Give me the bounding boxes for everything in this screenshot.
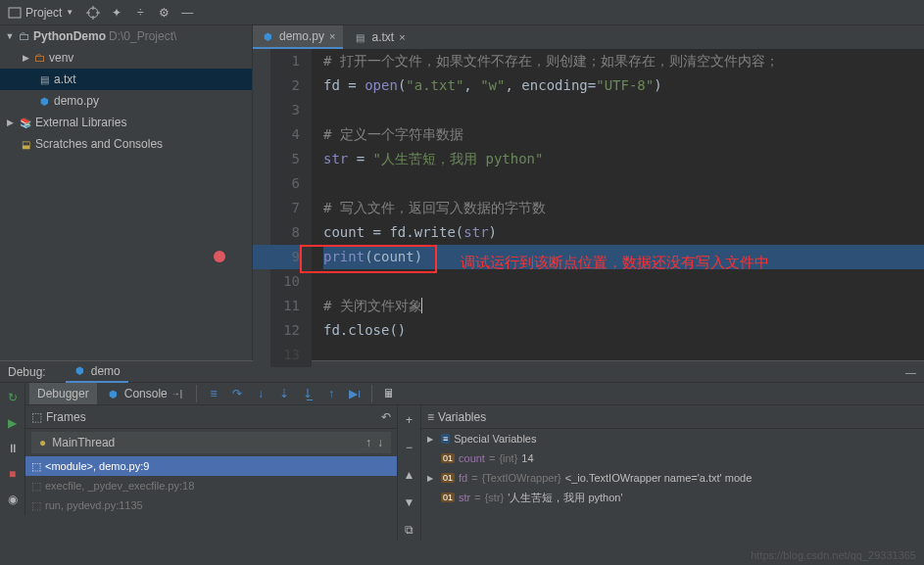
down-button[interactable]: ▼	[400, 492, 419, 513]
expand-arrow-icon[interactable]: ▶	[4, 118, 16, 127]
next-frame-icon[interactable]: ↓	[377, 436, 383, 449]
variables-header: ≡ Variables	[421, 405, 924, 429]
file-label: demo.py	[54, 94, 99, 108]
variable-row[interactable]: 01 str = {str} '人生苦短，我用 python'	[421, 488, 924, 507]
config-name: demo	[91, 364, 121, 378]
top-toolbar: Project ▼ ✦ ÷ ⚙ —	[0, 0, 924, 25]
variables-title: Variables	[438, 410, 486, 424]
expand-icon[interactable]: ✦	[105, 0, 128, 25]
debug-label: Debug:	[8, 365, 46, 379]
evaluate-button[interactable]: 🖩	[378, 383, 400, 404]
frames-panel: ⬚ Frames ↶ ● MainThread ↑ ↓ ⬚ <mod	[25, 405, 398, 541]
show-execution-point-button[interactable]: ≡	[203, 383, 224, 404]
run-to-cursor-button[interactable]: ▶ı	[344, 383, 365, 404]
rerun-button[interactable]: ↻	[3, 387, 23, 408]
variable-row[interactable]: ▶ 01 fd = {TextIOWrapper} <_io.TextIOWra…	[421, 468, 924, 488]
resume-button[interactable]: ▶	[3, 412, 23, 434]
tree-file-demopy[interactable]: ⬢ demo.py	[0, 90, 252, 112]
close-icon[interactable]: ×	[399, 31, 405, 43]
debug-panel: Debug: ⬢ demo — ↻ ▶ ⏸ ■ ◉ Debugger ⬢ Con…	[0, 360, 924, 515]
python-icon: ⬢	[107, 387, 121, 400]
vars-badge-icon: ≡	[441, 434, 450, 444]
console-tab[interactable]: ⬢ Console →|	[99, 383, 190, 404]
tab-atxt[interactable]: ▤ a.txt ×	[345, 25, 413, 49]
var-name: str	[459, 492, 470, 503]
project-root[interactable]: ▼ 🗀 PythonDemo D:\0_Project\	[0, 25, 252, 47]
scratches-consoles[interactable]: ⬓ Scratches and Consoles	[0, 133, 252, 155]
step-over-button[interactable]: ↷	[226, 383, 248, 404]
stack-icon: ⬚	[31, 460, 41, 473]
var-badge-icon: 01	[441, 473, 455, 483]
prev-frame-icon[interactable]: ↑	[365, 436, 371, 449]
tree-folder-venv[interactable]: ▶ 🗀 venv	[0, 47, 252, 69]
hide-icon[interactable]: —	[175, 0, 199, 25]
thread-selector[interactable]: ● MainThread ↑ ↓	[31, 432, 391, 453]
close-icon[interactable]: —	[905, 366, 916, 378]
text-file-icon: ▤	[37, 72, 51, 86]
var-badge-icon: 01	[441, 453, 455, 463]
debug-config-tab[interactable]: ⬢ demo	[66, 361, 128, 383]
frame-item[interactable]: ⬚ <module>, demo.py:9	[25, 456, 397, 476]
project-tool-button[interactable]: Project ▼	[0, 6, 81, 20]
step-out-button[interactable]: ↑	[320, 383, 342, 404]
var-type: {int}	[499, 452, 517, 464]
project-icon	[8, 6, 22, 20]
frame-item[interactable]: ⬚ run, pydevd.py:1135	[25, 495, 397, 515]
view-breakpoints-button[interactable]: ◉	[3, 489, 23, 510]
python-file-icon: ⬢	[73, 364, 87, 378]
var-type: {str}	[485, 492, 505, 503]
gutter[interactable]: 1 2 3 4 5 6 7 8 9 10 11 12 13	[253, 49, 312, 367]
var-value: <_io.TextIOWrapper name='a.txt' mode	[565, 472, 752, 484]
debug-left-rail: ↻ ▶ ⏸ ■ ◉	[0, 383, 25, 515]
collapse-icon[interactable]: ÷	[128, 0, 152, 25]
folder-icon: 🗀	[34, 51, 46, 65]
duplicate-button[interactable]: ⧉	[400, 519, 419, 541]
remove-watch-button[interactable]: −	[400, 437, 419, 458]
frame-text: <module>, demo.py:9	[45, 460, 149, 472]
variables-rail: + − ▲ ▼ ⧉	[398, 405, 421, 541]
tab-demopy[interactable]: ⬢ demo.py ×	[253, 25, 343, 49]
expand-arrow-icon[interactable]: ▼	[4, 31, 16, 41]
expand-arrow-icon[interactable]: ▶	[20, 53, 31, 63]
pause-button[interactable]: ⏸	[3, 438, 23, 459]
python-file-icon: ⬢	[37, 94, 51, 108]
variable-row[interactable]: 01 count = {int} 14	[421, 448, 924, 468]
scratches-label: Scratches and Consoles	[35, 137, 163, 151]
gear-icon[interactable]: ⚙	[152, 0, 175, 25]
code-content[interactable]: # 打开一个文件，如果文件不存在，则创建；如果存在，则清空文件内容； fd = …	[312, 49, 924, 367]
debug-toolbar: Debugger ⬢ Console →| ≡ ↷ ↓ ⇣ ↓̲ ↑ ▶ı 🖩	[25, 383, 924, 405]
stop-button[interactable]: ■	[3, 463, 23, 485]
annotation-text: 调试运行到该断点位置，数据还没有写入文件中	[461, 250, 769, 274]
debugger-tab[interactable]: Debugger	[29, 383, 97, 404]
code-editor[interactable]: 1 2 3 4 5 6 7 8 9 10 11 12 13 # 打开一个文件，如…	[253, 49, 924, 367]
project-label: Project	[25, 6, 62, 20]
frame-item[interactable]: ⬚ execfile, _pydev_execfile.py:18	[25, 476, 397, 495]
force-step-into-button[interactable]: ↓̲	[297, 383, 318, 404]
target-icon[interactable]	[81, 0, 105, 25]
folder-icon: 🗀	[19, 29, 30, 43]
frame-text: run, pydevd.py:1135	[45, 499, 143, 511]
variables-icon: ≡	[427, 410, 434, 424]
tab-label: demo.py	[279, 29, 324, 43]
expand-arrow-icon[interactable]: ▶	[427, 474, 437, 483]
tree-file-atxt[interactable]: ▤ a.txt	[0, 69, 252, 90]
up-button[interactable]: ▲	[400, 464, 419, 486]
root-path: D:\0_Project\	[109, 29, 176, 43]
restore-icon[interactable]: ↶	[381, 410, 391, 424]
special-vars-label: Special Variables	[454, 433, 536, 445]
special-variables[interactable]: ▶ ≡ Special Variables	[421, 429, 924, 448]
library-icon: 📚	[19, 116, 32, 129]
variables-panel: ≡ Variables ▶ ≡ Special Variables 01 cou…	[421, 405, 924, 541]
step-into-button[interactable]: ↓	[250, 383, 271, 404]
expand-arrow-icon[interactable]: ▶	[427, 435, 437, 444]
close-icon[interactable]: ×	[329, 30, 335, 42]
stack-icon: ⬚	[31, 480, 41, 493]
folder-label: venv	[49, 51, 73, 65]
thread-name: MainThread	[52, 436, 115, 449]
scratches-icon: ⬓	[19, 137, 32, 151]
external-libraries[interactable]: ▶ 📚 External Libraries	[0, 112, 252, 133]
step-into-mycode-button[interactable]: ⇣	[273, 383, 295, 404]
add-watch-button[interactable]: +	[400, 409, 419, 431]
breakpoint-icon[interactable]	[214, 251, 225, 262]
file-label: a.txt	[54, 72, 76, 86]
